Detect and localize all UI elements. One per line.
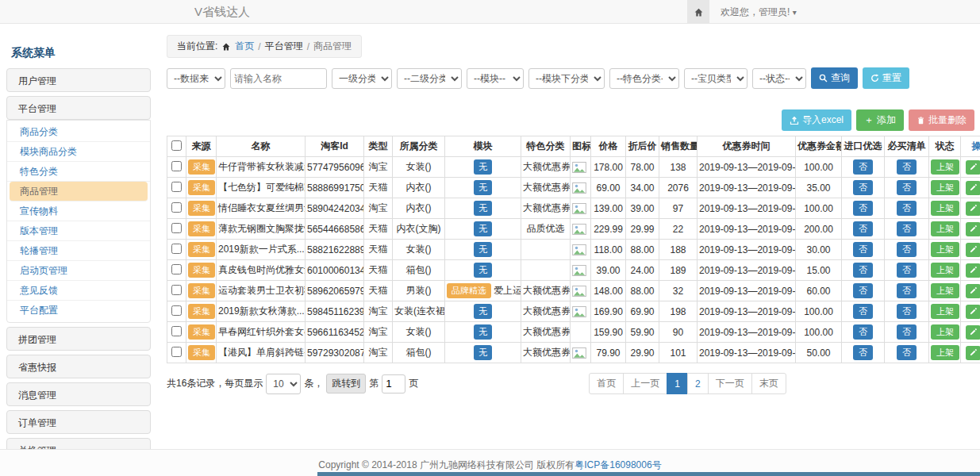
edit-button[interactable] bbox=[966, 325, 980, 340]
user-menu[interactable]: 欢迎您，管理员! ▾ bbox=[709, 6, 805, 19]
sidebar-section-1[interactable]: 用户管理 bbox=[6, 68, 151, 92]
import-toggle-button[interactable]: 否 bbox=[853, 324, 873, 340]
sidebar-item-5[interactable]: 宣传物料 bbox=[7, 202, 150, 221]
page-button-末页[interactable]: 末页 bbox=[751, 373, 786, 394]
data-source-select[interactable]: --数据来源-- bbox=[167, 68, 225, 89]
import-toggle-button[interactable]: 否 bbox=[853, 345, 873, 360]
edit-button[interactable] bbox=[966, 263, 980, 278]
page-button-1[interactable]: 1 bbox=[667, 373, 688, 394]
breadcrumb-home-link[interactable]: 首页 bbox=[235, 40, 254, 53]
row-checkbox[interactable] bbox=[171, 305, 182, 316]
sidebar-item-6[interactable]: 版本管理 bbox=[7, 221, 150, 241]
table-row: 采集2019新款一片式系...588216228899天猫女装()无118.00… bbox=[167, 240, 980, 260]
must-buy-toggle-button[interactable]: 否 bbox=[897, 263, 917, 278]
row-checkbox[interactable] bbox=[171, 244, 182, 254]
sidebar-item-1[interactable]: 商品分类 bbox=[7, 122, 150, 142]
must-buy-toggle-button[interactable]: 否 bbox=[897, 221, 917, 236]
import-toggle-button[interactable]: 否 bbox=[853, 263, 873, 278]
sidebar-section-2[interactable]: 平台管理 bbox=[6, 96, 151, 120]
page-button-上一页[interactable]: 上一页 bbox=[623, 373, 667, 394]
sidebar-item-8[interactable]: 启动页管理 bbox=[7, 261, 150, 281]
row-checkbox[interactable] bbox=[171, 285, 182, 295]
must-buy-toggle-button[interactable]: 否 bbox=[897, 324, 917, 340]
icp-link[interactable]: 粤ICP备16098006号 bbox=[575, 459, 661, 470]
feature-category-select[interactable]: --特色分类-- bbox=[609, 68, 679, 89]
sidebar-item-3[interactable]: 特色分类 bbox=[7, 162, 150, 182]
module-sub-select[interactable]: --模块下分类-- bbox=[528, 68, 605, 89]
import-toggle-button[interactable]: 否 bbox=[853, 242, 873, 257]
row-checkbox[interactable] bbox=[171, 347, 182, 357]
page-button-2[interactable]: 2 bbox=[687, 373, 709, 394]
add-button[interactable]: ＋ 添加 bbox=[856, 109, 904, 131]
status-select[interactable]: --状态-- bbox=[752, 68, 806, 89]
edit-button[interactable] bbox=[966, 284, 980, 298]
must-buy-toggle-button[interactable]: 否 bbox=[897, 180, 917, 195]
reset-button[interactable]: 重置 bbox=[863, 67, 909, 89]
select-all-checkbox[interactable] bbox=[171, 140, 182, 151]
import-toggle-button[interactable]: 否 bbox=[853, 159, 873, 175]
price-cell: 229.99 bbox=[591, 219, 626, 240]
status-button[interactable]: 上架 bbox=[931, 324, 959, 340]
status-button[interactable]: 上架 bbox=[931, 263, 959, 278]
must-buy-toggle-button[interactable]: 否 bbox=[897, 345, 917, 360]
status-button[interactable]: 上架 bbox=[931, 304, 959, 319]
sidebar-item-9[interactable]: 意见反馈 bbox=[7, 281, 150, 301]
import-toggle-button[interactable]: 否 bbox=[853, 221, 873, 236]
bottom-scrollbar[interactable] bbox=[317, 472, 980, 476]
sidebar-section-6[interactable]: 订单管理 bbox=[6, 410, 151, 434]
page-number-input[interactable] bbox=[382, 374, 405, 393]
jump-button[interactable]: 跳转到 bbox=[326, 374, 366, 393]
row-checkbox[interactable] bbox=[171, 182, 182, 192]
module-cell: 无 bbox=[445, 219, 521, 240]
status-button[interactable]: 上架 bbox=[931, 159, 959, 175]
page-button-首页[interactable]: 首页 bbox=[589, 373, 624, 394]
row-checkbox[interactable] bbox=[171, 202, 182, 213]
search-button[interactable]: 查询 bbox=[811, 67, 858, 89]
must-buy-toggle-button[interactable]: 否 bbox=[897, 242, 917, 257]
col-header-1: 来源 bbox=[186, 136, 217, 157]
level1-category-select[interactable]: 一级分类 bbox=[332, 68, 392, 89]
sidebar-item-7[interactable]: 轮播管理 bbox=[7, 241, 150, 261]
row-checkbox[interactable] bbox=[171, 161, 182, 171]
page-button-下一页[interactable]: 下一页 bbox=[708, 373, 752, 394]
row-checkbox[interactable] bbox=[171, 326, 182, 336]
import-toggle-button[interactable]: 否 bbox=[853, 283, 873, 298]
must-buy-toggle-button[interactable]: 否 bbox=[897, 159, 917, 175]
import-toggle-button[interactable]: 否 bbox=[853, 304, 873, 319]
edit-button[interactable] bbox=[966, 181, 980, 195]
level2-category-select[interactable]: --二级分类-- bbox=[397, 68, 462, 89]
item-type-select[interactable]: --宝贝类型-- bbox=[684, 68, 747, 89]
batch-delete-button[interactable]: 批量删除 bbox=[909, 109, 974, 131]
module-select[interactable]: --模块-- bbox=[467, 68, 524, 89]
edit-button[interactable] bbox=[966, 160, 980, 175]
import-toggle-button[interactable]: 否 bbox=[853, 180, 873, 195]
sidebar-section-3[interactable]: 拼团管理 bbox=[6, 327, 151, 351]
import-excel-button[interactable]: 导入excel bbox=[782, 109, 851, 131]
status-button[interactable]: 上架 bbox=[931, 180, 959, 195]
must-buy-toggle-button[interactable]: 否 bbox=[897, 201, 917, 216]
status-button[interactable]: 上架 bbox=[931, 201, 959, 216]
edit-button[interactable] bbox=[966, 243, 980, 257]
per-page-select[interactable]: 10 bbox=[266, 374, 301, 394]
sidebar-item-2[interactable]: 模块商品分类 bbox=[7, 142, 150, 162]
edit-button[interactable] bbox=[966, 202, 980, 216]
edit-button[interactable] bbox=[966, 222, 980, 236]
must-buy-toggle-button[interactable]: 否 bbox=[897, 283, 917, 298]
sidebar-section-4[interactable]: 省惠快报 bbox=[6, 355, 151, 378]
row-checkbox[interactable] bbox=[171, 223, 182, 233]
status-button[interactable]: 上架 bbox=[931, 242, 959, 257]
sidebar-section-5[interactable]: 消息管理 bbox=[6, 382, 151, 406]
status-button[interactable]: 上架 bbox=[931, 221, 959, 236]
import-toggle-button[interactable]: 否 bbox=[853, 201, 873, 216]
sidebar-item-10[interactable]: 平台配置 bbox=[7, 301, 150, 321]
status-button[interactable]: 上架 bbox=[931, 345, 959, 360]
edit-button[interactable] bbox=[966, 305, 980, 319]
must-buy-toggle-button[interactable]: 否 bbox=[897, 304, 917, 319]
home-button[interactable] bbox=[687, 0, 709, 24]
name-search-input[interactable] bbox=[230, 68, 327, 89]
coupon-amount-cell: 50.00 bbox=[796, 343, 842, 363]
status-button[interactable]: 上架 bbox=[931, 283, 959, 298]
row-checkbox[interactable] bbox=[171, 264, 182, 274]
sidebar-item-4[interactable]: 商品管理 bbox=[10, 182, 148, 202]
edit-button[interactable] bbox=[966, 346, 980, 360]
